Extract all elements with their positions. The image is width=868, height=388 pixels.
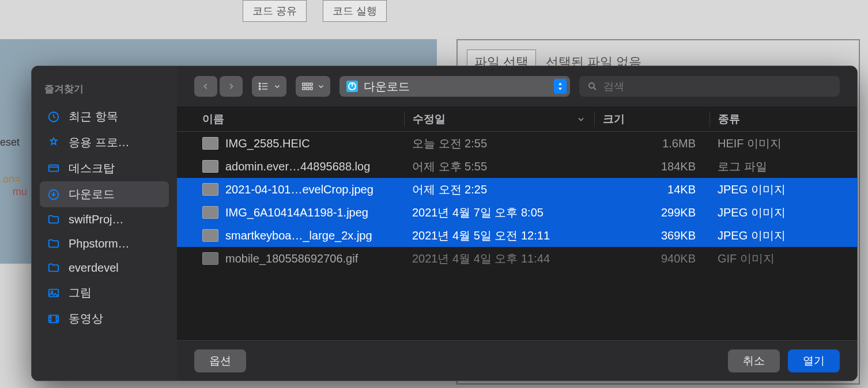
- apps-icon: [47, 136, 61, 150]
- location-dropdown[interactable]: 다운로드: [339, 76, 570, 97]
- desktop-icon: [47, 162, 61, 176]
- svg-point-8: [259, 89, 260, 90]
- sidebar-item-movies[interactable]: 동영상: [40, 306, 169, 332]
- sidebar-item-recents[interactable]: 최근 항목: [40, 104, 169, 130]
- search-icon: [587, 81, 598, 92]
- group-mode-button[interactable]: [296, 76, 330, 97]
- sidebar-item-label: 응용 프로…: [69, 135, 130, 150]
- view-mode-button[interactable]: [252, 76, 286, 97]
- file-kind: JPEG 이미지: [710, 205, 857, 220]
- column-kind[interactable]: 종류: [710, 112, 857, 127]
- sidebar-item-pictures[interactable]: 그림: [40, 280, 169, 306]
- forward-button[interactable]: [220, 76, 243, 97]
- folder-icon: [47, 261, 61, 275]
- sidebar-item-label: 그림: [69, 285, 92, 300]
- file-size: 184KB: [594, 160, 710, 173]
- file-size: 940KB: [594, 252, 710, 265]
- svg-rect-10: [306, 83, 308, 85]
- sidebar: 즐겨찾기 최근 항목 응용 프로… 데스크탑 다운로드: [32, 66, 177, 381]
- sort-descending-icon: [577, 115, 585, 123]
- file-name: 2021-04-101…evelCrop.jpeg: [225, 183, 404, 196]
- clock-icon: [47, 110, 61, 124]
- picture-icon: [47, 286, 61, 300]
- file-icon: [202, 229, 218, 242]
- sidebar-item-label: everdevel: [69, 261, 119, 275]
- background-toolbar: 코드 공유 코드 실행: [243, 0, 387, 22]
- file-list: IMG_2585.HEIC 오늘 오전 2:55 1.6MB HEIF 이미지 …: [177, 132, 857, 340]
- file-kind: GIF 이미지: [710, 251, 857, 267]
- file-size: 1.6MB: [594, 137, 710, 150]
- column-date[interactable]: 수정일: [404, 112, 594, 127]
- svg-rect-9: [303, 83, 305, 85]
- search-input[interactable]: [603, 81, 832, 93]
- toolbar: 다운로드: [177, 66, 857, 106]
- options-button[interactable]: 옵션: [194, 349, 246, 372]
- sidebar-item-applications[interactable]: 응용 프로…: [40, 130, 169, 155]
- movie-icon: [47, 312, 61, 326]
- list-icon: [258, 82, 269, 91]
- sidebar-item-downloads[interactable]: 다운로드: [40, 181, 169, 207]
- folder-icon: [47, 237, 61, 250]
- file-date: 어제 오후 5:55: [404, 159, 594, 174]
- sidebar-item-folder-phpstorm[interactable]: Phpstorm…: [40, 231, 169, 256]
- svg-point-7: [259, 86, 260, 87]
- column-size[interactable]: 크기: [594, 112, 710, 127]
- file-kind: 로그 파일: [710, 159, 857, 174]
- back-button[interactable]: [194, 76, 217, 97]
- file-name: smartkeyboa…_large_2x.jpg: [225, 229, 404, 242]
- svg-rect-12: [303, 88, 305, 90]
- file-date: 2021년 4월 4일 오후 11:44: [404, 251, 594, 267]
- file-row[interactable]: IMG_2585.HEIC 오늘 오전 2:55 1.6MB HEIF 이미지: [177, 132, 857, 155]
- sidebar-item-label: 동영상: [69, 311, 103, 326]
- svg-point-6: [259, 83, 260, 84]
- file-kind: JPEG 이미지: [710, 228, 857, 244]
- file-kind: JPEG 이미지: [710, 182, 857, 197]
- sidebar-item-folder-everdevel[interactable]: everdevel: [40, 256, 169, 280]
- sidebar-section-title: 즐겨찾기: [40, 82, 169, 96]
- grid-icon: [301, 82, 313, 91]
- file-row[interactable]: adomin.ever…44895688.log 어제 오후 5:55 184K…: [177, 155, 857, 178]
- downloads-folder-icon: [346, 81, 358, 92]
- file-row[interactable]: mobile_180558692706.gif 2021년 4월 4일 오후 1…: [177, 247, 857, 270]
- sidebar-item-desktop[interactable]: 데스크탑: [40, 155, 169, 181]
- file-kind: HEIF 이미지: [710, 136, 857, 151]
- svg-rect-14: [310, 88, 312, 90]
- file-size: 299KB: [594, 206, 710, 219]
- file-date: 어제 오전 2:25: [404, 182, 594, 197]
- column-headers: 이름 수정일 크기 종류: [177, 106, 857, 132]
- bg-run-button[interactable]: 코드 실행: [323, 0, 387, 22]
- file-date: 2021년 4월 7일 오후 8:05: [404, 205, 594, 220]
- sidebar-item-label: 데스크탑: [69, 161, 115, 176]
- download-icon: [47, 188, 61, 201]
- open-button[interactable]: 열기: [788, 349, 840, 372]
- sidebar-item-folder-swift[interactable]: swiftProj…: [40, 207, 169, 231]
- file-name: IMG_2585.HEIC: [225, 137, 404, 150]
- chevron-down-icon: [274, 83, 281, 90]
- sidebar-item-label: 최근 항목: [69, 109, 118, 124]
- svg-rect-13: [306, 88, 308, 90]
- file-icon: [202, 183, 218, 196]
- file-open-dialog: 즐겨찾기 최근 항목 응용 프로… 데스크탑 다운로드: [31, 66, 858, 381]
- file-size: 369KB: [594, 229, 710, 242]
- sidebar-item-label: 다운로드: [69, 187, 115, 202]
- updown-arrows-icon: [554, 79, 567, 94]
- file-size: 14KB: [594, 183, 710, 196]
- svg-rect-11: [310, 83, 312, 85]
- file-row[interactable]: 2021-04-101…evelCrop.jpeg 어제 오전 2:25 14K…: [177, 178, 857, 201]
- main-area: 다운로드 이름 수정일 크기 종류: [177, 66, 857, 381]
- folder-icon: [47, 212, 61, 226]
- svg-rect-5: [49, 315, 59, 322]
- file-row[interactable]: IMG_6A10414A1198-1.jpeg 2021년 4월 7일 오후 8…: [177, 201, 857, 224]
- bg-share-button[interactable]: 코드 공유: [243, 0, 307, 22]
- location-label: 다운로드: [364, 79, 548, 94]
- file-icon: [202, 137, 218, 150]
- column-name[interactable]: 이름: [202, 112, 404, 127]
- file-name: adomin.ever…44895688.log: [225, 160, 404, 173]
- svg-point-15: [589, 83, 594, 88]
- file-row[interactable]: smartkeyboa…_large_2x.jpg 2021년 4월 5일 오전…: [177, 224, 857, 247]
- sidebar-item-label: swiftProj…: [69, 213, 124, 226]
- code-fragment: eset .on= mu: [0, 136, 27, 198]
- cancel-button[interactable]: 취소: [728, 349, 780, 372]
- chevron-down-icon: [318, 83, 324, 90]
- search-field[interactable]: [579, 76, 840, 97]
